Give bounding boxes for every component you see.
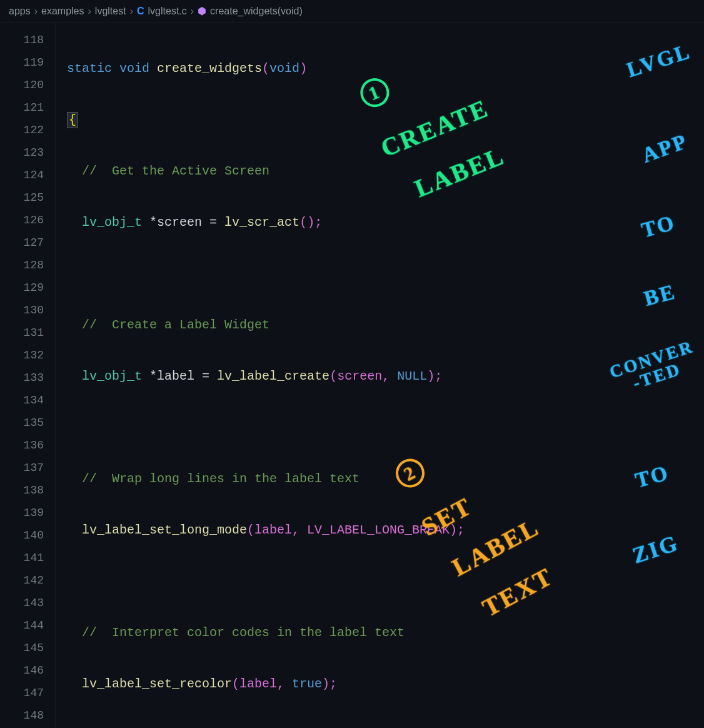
code-editor[interactable]: 118 119 120 121 122 123 124 125 126 127 … xyxy=(0,23,704,727)
paren: ); xyxy=(322,677,337,691)
function-call: lv_scr_act xyxy=(224,215,299,230)
function-icon: ⬢ xyxy=(198,5,206,17)
chevron-icon: › xyxy=(34,6,38,17)
constant: true xyxy=(292,677,322,691)
keyword: static xyxy=(67,61,112,76)
line-number: 125 xyxy=(0,186,55,209)
paren: ); xyxy=(427,369,442,383)
line-number: 146 xyxy=(0,659,55,682)
line-number: 132 xyxy=(0,344,55,367)
line-number: 119 xyxy=(0,51,55,74)
line-number-gutter: 118 119 120 121 122 123 124 125 126 127 … xyxy=(0,23,55,727)
line-number: 144 xyxy=(0,614,55,637)
chevron-icon: › xyxy=(88,6,91,17)
comment: // Interpret color codes in the label te… xyxy=(82,625,405,640)
line-number: 145 xyxy=(0,637,55,659)
operator: = xyxy=(202,215,224,230)
chevron-icon: › xyxy=(130,6,133,17)
args: (screen, xyxy=(329,369,397,383)
brace: { xyxy=(67,112,78,128)
line-number: 135 xyxy=(0,412,55,434)
args: (label, xyxy=(232,677,292,691)
comment: // Create a Label Widget xyxy=(82,318,269,332)
function-call: lv_label_create xyxy=(217,369,329,383)
line-number: 133 xyxy=(0,367,55,389)
breadcrumb-seg[interactable]: lvgltest xyxy=(95,6,126,17)
operator: * xyxy=(149,369,157,383)
line-number: 130 xyxy=(0,299,55,321)
line-number: 141 xyxy=(0,547,55,569)
line-number: 124 xyxy=(0,164,55,186)
operator: * xyxy=(149,215,157,230)
line-number: 147 xyxy=(0,682,55,704)
line-number: 123 xyxy=(0,141,55,164)
function-name: create_widgets xyxy=(157,61,262,76)
breadcrumb-seg[interactable]: apps xyxy=(9,6,31,17)
function-call: lv_label_set_recolor xyxy=(82,677,232,691)
line-number: 131 xyxy=(0,321,55,344)
line-number: 137 xyxy=(0,457,55,479)
line-number: 127 xyxy=(0,231,55,254)
breadcrumb-symbol[interactable]: create_widgets(void) xyxy=(210,6,303,17)
line-number: 120 xyxy=(0,74,55,96)
c-file-icon: C xyxy=(137,6,144,17)
paren: (); xyxy=(299,215,322,230)
keyword: void xyxy=(269,61,299,76)
type: lv_obj_t xyxy=(82,369,142,383)
identifier: label xyxy=(157,369,194,383)
breadcrumb[interactable]: apps › examples › lvgltest › C lvgltest.… xyxy=(0,0,704,23)
constant: NULL xyxy=(397,369,427,383)
line-number: 142 xyxy=(0,569,55,592)
line-number: 129 xyxy=(0,276,55,299)
line-number: 122 xyxy=(0,119,55,141)
keyword: void xyxy=(119,61,149,76)
paren: ( xyxy=(262,61,269,76)
identifier: screen xyxy=(157,215,202,230)
args: (label, LV_LABEL_LONG_BREAK); xyxy=(247,523,465,537)
type: lv_obj_t xyxy=(82,215,142,230)
breadcrumb-file[interactable]: lvgltest.c xyxy=(148,6,187,17)
paren: ) xyxy=(299,61,307,76)
code-content[interactable]: static void create_widgets(void) { // Ge… xyxy=(55,23,704,727)
function-call: lv_label_set_long_mode xyxy=(82,523,247,537)
comment: // Wrap long lines in the label text xyxy=(82,472,360,486)
line-number: 128 xyxy=(0,254,55,276)
chevron-icon: › xyxy=(191,6,194,17)
line-number: 148 xyxy=(0,704,55,727)
line-number: 126 xyxy=(0,209,55,231)
operator: = xyxy=(194,369,217,383)
line-number: 134 xyxy=(0,389,55,412)
line-number: 138 xyxy=(0,479,55,502)
line-number: 140 xyxy=(0,524,55,547)
line-number: 139 xyxy=(0,502,55,524)
line-number: 121 xyxy=(0,96,55,119)
line-number: 118 xyxy=(0,29,55,51)
line-number: 136 xyxy=(0,434,55,457)
breadcrumb-seg[interactable]: examples xyxy=(41,6,84,17)
comment: // Get the Active Screen xyxy=(82,164,269,178)
line-number: 143 xyxy=(0,592,55,614)
